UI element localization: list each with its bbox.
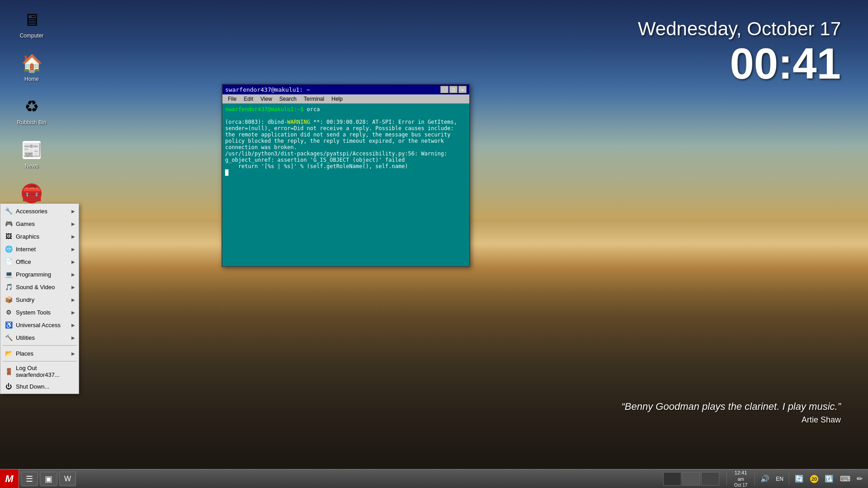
terminal-body[interactable]: swarfendor437@makulu1:~$ orca (orca:8083… — [222, 103, 469, 266]
menu-label-graphics: Graphics — [16, 233, 71, 240]
time-text: 00:41 — [638, 42, 841, 85]
more-icon: ⌨ — [840, 474, 850, 483]
sound-video-icon: 🎵 — [4, 282, 13, 291]
menu-item-office[interactable]: 📄 Office ▶ — [0, 255, 79, 268]
tray-clock[interactable]: 12:41 amOct 17 — [731, 468, 751, 488]
menu-item-sound-video[interactable]: 🎵 Sound & Video ▶ — [0, 281, 79, 293]
desktop-icon-computer[interactable]: 🖥 Computer — [14, 9, 50, 39]
tray-updates[interactable]: 🔃 — [823, 474, 835, 484]
menu-label-logout: Log Out swarfendor437... — [16, 365, 75, 378]
pen-icon: ✏ — [857, 474, 863, 483]
terminal-output-1: (orca:8083): dbind-WARNING **: 00:39:00.… — [225, 113, 467, 150]
menu-label-programming: Programming — [16, 271, 71, 278]
menu-item-universal-access[interactable]: ♿ Universal Access ▶ — [0, 319, 79, 331]
menu-item-accessories[interactable]: 🔧 Accessories ▶ — [0, 205, 79, 217]
terminal-close-button[interactable]: ✕ — [458, 86, 467, 93]
menu-label-accessories: Accessories — [16, 208, 71, 215]
tray-volume[interactable]: 🔊 — [759, 474, 771, 484]
tray-network[interactable]: 🔄 — [793, 474, 806, 484]
menu-item-games[interactable]: 🎮 Games ▶ — [0, 217, 79, 230]
terminal-window: swarfendor437@makulu1: ~ _ □ ✕ File Edit… — [222, 84, 470, 267]
datetime-display: Wednesday, October 17 00:41 — [638, 18, 841, 85]
universal-access-icon: ♿ — [4, 320, 13, 329]
desktop-icons-container: 🖥 Computer 🏠 Home ♻ Rubbish Bin 📰 News 🧰… — [14, 9, 50, 212]
terminal-titlebar: swarfendor437@makulu1: ~ _ □ ✕ — [222, 84, 469, 94]
menu-item-programming[interactable]: 💻 Programming ▶ — [0, 268, 79, 281]
tray-battery[interactable]: 20 — [808, 474, 820, 484]
taskbar: M ☰ ▣ W 12:41 amOct 17 🔊 EN — [0, 469, 868, 488]
preview-2[interactable] — [682, 472, 700, 486]
taskbar-doc-item[interactable]: W — [59, 472, 76, 486]
menu-item-shutdown[interactable]: ⏻ Shut Down... — [0, 380, 79, 393]
menu-label-office: Office — [16, 258, 71, 265]
preview-3[interactable] — [701, 472, 719, 486]
terminal-prompt-line: swarfendor437@makulu1:~$ orca — [225, 106, 467, 113]
office-icon: 📄 — [4, 257, 13, 266]
terminal-menu-view[interactable]: View — [257, 95, 276, 103]
shutdown-icon: ⏻ — [4, 382, 13, 391]
taskbar-items: ☰ ▣ W — [19, 472, 663, 486]
places-icon: 📂 — [4, 349, 13, 358]
terminal-menu-help[interactable]: Help — [328, 95, 346, 103]
sundry-arrow: ▶ — [71, 297, 75, 302]
terminal-cursor-line: █ — [225, 169, 467, 176]
terminal-menu-search[interactable]: Search — [276, 95, 300, 103]
tray-language[interactable]: EN — [774, 475, 785, 483]
clock-date: amOct 17 — [734, 476, 747, 488]
updates-icon: 🔃 — [825, 474, 834, 483]
menu-item-graphics[interactable]: 🖼 Graphics ▶ — [0, 230, 79, 243]
terminal-window-buttons: _ □ ✕ — [440, 86, 467, 93]
system-tools-icon: ⚙ — [4, 308, 13, 317]
tray-previews — [663, 472, 719, 486]
universal-access-arrow: ▶ — [71, 323, 75, 328]
programming-icon: 💻 — [4, 270, 13, 279]
desktop-icon-home[interactable]: 🏠 Home — [14, 52, 50, 82]
desktop-icon-news[interactable]: 📰 News — [14, 139, 50, 169]
menu-label-sundry: Sundry — [16, 296, 71, 303]
network-icon: 🔄 — [795, 474, 804, 483]
menu-item-system-tools[interactable]: ⚙ System Tools ▶ — [0, 306, 79, 319]
language-text: EN — [776, 476, 783, 482]
tray-separator-3 — [789, 473, 789, 485]
quote-author: Artie Shaw — [622, 415, 841, 425]
internet-icon: 🌐 — [4, 244, 13, 253]
office-arrow: ▶ — [71, 259, 75, 264]
taskbar-tray: 12:41 amOct 17 🔊 EN 🔄 20 🔃 ⌨ — [663, 468, 868, 488]
games-icon: 🎮 — [4, 219, 13, 228]
app-menu-main-section: 🔧 Accessories ▶ 🎮 Games ▶ 🖼 Graphics ▶ 🌐… — [0, 204, 79, 394]
menu-label-shutdown: Shut Down... — [16, 383, 75, 390]
sound-video-arrow: ▶ — [71, 285, 75, 290]
games-arrow: ▶ — [71, 221, 75, 226]
terminal-output-2: /usr/lib/python3/dist-packages/pyatspi/A… — [225, 150, 467, 163]
desktop-icon-rubbish[interactable]: ♻ Rubbish Bin — [14, 96, 50, 126]
menu-label-universal-access: Universal Access — [16, 322, 71, 328]
terminal-minimize-button[interactable]: _ — [440, 86, 448, 93]
utilities-icon: 🔨 — [4, 333, 13, 342]
preview-1[interactable] — [663, 472, 681, 486]
date-text: Wednesday, October 17 — [638, 18, 841, 40]
tray-pen[interactable]: ✏ — [855, 474, 864, 484]
terminal-menu-file[interactable]: File — [224, 95, 240, 103]
menu-item-utilities[interactable]: 🔨 Utilities ▶ — [0, 331, 79, 344]
tray-more[interactable]: ⌨ — [838, 474, 852, 484]
terminal-menu-edit[interactable]: Edit — [240, 95, 257, 103]
volume-icon: 🔊 — [760, 474, 769, 483]
terminal-maximize-button[interactable]: □ — [449, 86, 458, 93]
logout-icon: 🚪 — [4, 367, 13, 376]
tray-separator-1 — [726, 473, 727, 485]
menu-item-logout[interactable]: 🚪 Log Out swarfendor437... — [0, 363, 79, 380]
graphics-arrow: ▶ — [71, 234, 75, 239]
menu-label-games: Games — [16, 221, 71, 227]
start-button[interactable]: M — [0, 469, 19, 488]
system-tools-arrow: ▶ — [71, 310, 75, 315]
clock-display: 12:41 amOct 17 — [732, 469, 749, 488]
taskbar-terminal-item[interactable]: ▣ — [40, 472, 57, 486]
menu-item-places[interactable]: 📂 Places ▶ — [0, 347, 79, 360]
programming-arrow: ▶ — [71, 272, 75, 277]
terminal-menu-terminal[interactable]: Terminal — [300, 95, 328, 103]
menu-item-sundry[interactable]: 📦 Sundry ▶ — [0, 293, 79, 306]
menu-item-internet[interactable]: 🌐 Internet ▶ — [0, 243, 79, 255]
clock-time: 12:41 — [734, 469, 747, 476]
taskbar-menu-toggle[interactable]: ☰ — [21, 472, 38, 486]
app-menu: 🔧 Accessories ▶ 🎮 Games ▶ 🖼 Graphics ▶ 🌐… — [0, 203, 79, 394]
